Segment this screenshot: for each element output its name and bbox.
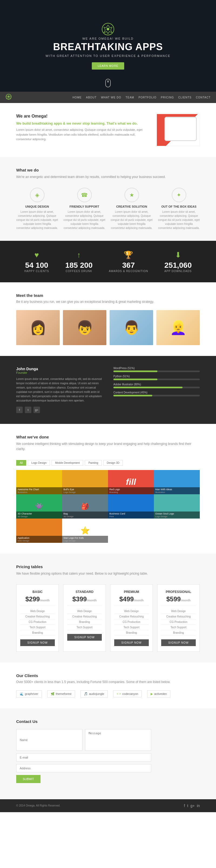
social-icon-t[interactable]: t — [25, 407, 31, 413]
plan-cta-2[interactable]: Signup Now — [114, 639, 149, 646]
social-icon-g+[interactable]: g+ — [33, 407, 40, 413]
plan-name-1: Standard — [67, 590, 102, 594]
nav-link-home[interactable]: Home — [72, 96, 82, 99]
team-section: Meet the team Be it any business you run… — [0, 282, 216, 356]
pricing-feature: CG Production — [161, 619, 196, 625]
client-logo-themeforest: 🌿 themeforest — [47, 690, 75, 698]
portfolio-item-5[interactable]: 🎒Bag3D Design — [62, 494, 108, 519]
portfolio-item-1[interactable]: Bull's EyeLogo Design — [62, 470, 108, 494]
feature-desc-2: Lorem ipsum dolor sit amet, consectetur … — [111, 210, 153, 230]
feature-icon-0: ◈ — [30, 188, 45, 202]
portfolio-item-8[interactable]: ApplicationWeb Design — [16, 519, 62, 543]
portfolio-item-6[interactable]: Business CardPrint — [108, 494, 154, 519]
clients-desc: Over 5000+ clients in less than 1.5 year… — [16, 680, 200, 684]
profile-section: John Dunga Founder Lorem ipsum dolor sit… — [0, 356, 216, 424]
feature-title-0: Unique Design — [16, 205, 58, 208]
pricing-section: Pricing tables We have flexible pricing … — [0, 554, 216, 662]
portfolio-tab-3[interactable]: Painting — [85, 460, 102, 466]
client-logo-graphriver: 🌊 graphriver — [16, 690, 42, 698]
contact-row-1 — [16, 729, 151, 751]
portfolio-item-0[interactable]: Awesome Pie ChartIllustration — [16, 470, 62, 494]
pricing-card-1: Standard $399/month Web DesignCreative R… — [63, 584, 106, 652]
pricing-feature: Branding — [161, 630, 196, 636]
contact-form: Submit — [16, 729, 151, 783]
feature-title-2: Creative Solution — [111, 205, 153, 208]
plan-price-3: $599/month — [161, 595, 196, 603]
feature-item-3: ✦ Out Of The Box Ideas Lorem ipsum dolor… — [158, 188, 200, 230]
about-title: We are Omega! — [16, 114, 146, 119]
portfolio-title: What we've done — [16, 435, 200, 439]
features-grid: ◈ Unique Design Lorem ipsum dolor sit am… — [16, 188, 200, 230]
nav-link-portfolio[interactable]: Portfolio — [138, 96, 157, 99]
plan-cta-0[interactable]: Signup Now — [20, 639, 55, 646]
contact-name-input[interactable] — [16, 729, 82, 751]
feature-item-1: ☎ Friendly Support Lorem ipsum dolor sit… — [63, 188, 105, 230]
nav-link-team[interactable]: Team — [126, 96, 134, 99]
portfolio-tab-4[interactable]: Design 3D — [103, 460, 123, 466]
stat-number-2: 367 — [109, 261, 148, 270]
footer-social-f[interactable]: f — [184, 804, 185, 808]
scroll-indicator — [105, 79, 111, 87]
nav-link-pricing[interactable]: Pricing — [161, 96, 174, 99]
footer-social-t[interactable]: t — [187, 804, 188, 808]
skill-bar-fill-3 — [113, 395, 152, 396]
feature-desc-3: Lorem ipsum dolor sit amet, consectetur … — [158, 210, 200, 230]
hero-cta-button[interactable]: Learn More — [92, 62, 124, 69]
pricing-feature: Tech Support — [161, 625, 196, 630]
portfolio-label-5: Bag3D Design — [62, 512, 108, 519]
contact-message-input[interactable] — [85, 729, 151, 751]
portfolio-label-1: Bull's EyeLogo Design — [62, 487, 108, 494]
stat-number-3: 251,060 — [164, 261, 192, 270]
feature-title-3: Out Of The Box Ideas — [158, 205, 200, 208]
profile-role: Founder — [16, 371, 103, 374]
skill-label-2: Adobe Illustrator (80%) — [113, 383, 200, 386]
portfolio-label-8: ApplicationWeb Design — [16, 536, 62, 543]
plan-name-2: Premium — [114, 590, 149, 594]
pricing-feature: Creative Retouching — [20, 614, 55, 619]
social-icon-f[interactable]: f — [16, 407, 23, 413]
about-section: We are Omega! We build breathtaking apps… — [0, 103, 216, 157]
plan-cta-3[interactable]: Signup Now — [161, 639, 196, 646]
nav-link-what-we-do[interactable]: What We Do — [101, 96, 121, 99]
portfolio-label-3: Man With IdeasIllustration — [154, 487, 200, 494]
portfolio-item-2[interactable]: fillRed LogoBranding — [108, 470, 154, 494]
plan-cta-1[interactable]: Signup Now — [67, 634, 102, 641]
stats-section: ♥ 54 100 Happy Clients ↑ 185 200 Coffees… — [0, 241, 216, 282]
plan-price-1: $399/month — [67, 595, 102, 603]
portfolio-tab-1[interactable]: Logo Design — [28, 460, 50, 466]
portfolio-tab-0[interactable]: All — [16, 460, 26, 466]
portfolio-grid: Awesome Pie ChartIllustrationBull's EyeL… — [16, 470, 200, 543]
footer-social-in[interactable]: in — [197, 804, 200, 808]
portfolio-item-7[interactable]: Ocean Soul LogoLogo Design — [154, 494, 200, 519]
stat-item-2: 🏆 367 Awards & Recognition — [109, 250, 148, 273]
profile-bio: Lorem ipsum dolor sit amet, consectetur … — [16, 377, 103, 403]
team-photo-1: 👩 — [16, 310, 60, 345]
pricing-feature: Web Design — [67, 609, 102, 614]
nav-link-contact[interactable]: Contact — [196, 96, 211, 99]
feature-desc-1: Lorem ipsum dolor sit amet, consectetur … — [63, 210, 105, 230]
portfolio-label-0: Awesome Pie ChartIllustration — [16, 487, 62, 494]
footer-social-g+[interactable]: g+ — [190, 804, 195, 808]
pricing-feature: Creative Retouching — [161, 614, 196, 619]
contact-submit-button[interactable]: Submit — [16, 775, 40, 783]
portfolio-item-9[interactable]: ⭐Star Logo For KidsLogo Design — [62, 519, 108, 543]
skill-row-2: Adobe Illustrator (80%) — [113, 383, 200, 388]
hero-logo — [101, 22, 115, 37]
pricing-feature: Tech Support — [20, 625, 55, 630]
clients-logos: 🌊 graphriver🌿 themeforest🎵 audiojungle< … — [16, 690, 200, 698]
client-logo-codecanyon: < > codecanyon — [113, 690, 142, 697]
stat-icon-1: ↑ — [65, 251, 92, 259]
pricing-feature: Creative Retouching — [67, 614, 102, 619]
contact-address-input[interactable] — [16, 764, 151, 772]
portfolio-item-3[interactable]: Man With IdeasIllustration — [154, 470, 200, 494]
portfolio-tab-2[interactable]: Mobile Development — [52, 460, 83, 466]
stat-item-3: ⬇ 251,060 App Downloads — [164, 250, 192, 273]
contact-email-input[interactable] — [16, 753, 151, 762]
nav-link-about[interactable]: About — [86, 96, 97, 99]
nav-link-clients[interactable]: Clients — [178, 96, 191, 99]
stat-item-0: ♥ 54 100 Happy Clients — [24, 251, 49, 273]
portfolio-label-4: 3D Character3D Design — [16, 512, 62, 519]
profile-left: John Dunga Founder Lorem ipsum dolor sit… — [16, 367, 103, 413]
team-photo-4: 👱‍♀️ — [156, 310, 200, 345]
portfolio-item-4[interactable]: 👾3D Character3D Design — [16, 494, 62, 519]
